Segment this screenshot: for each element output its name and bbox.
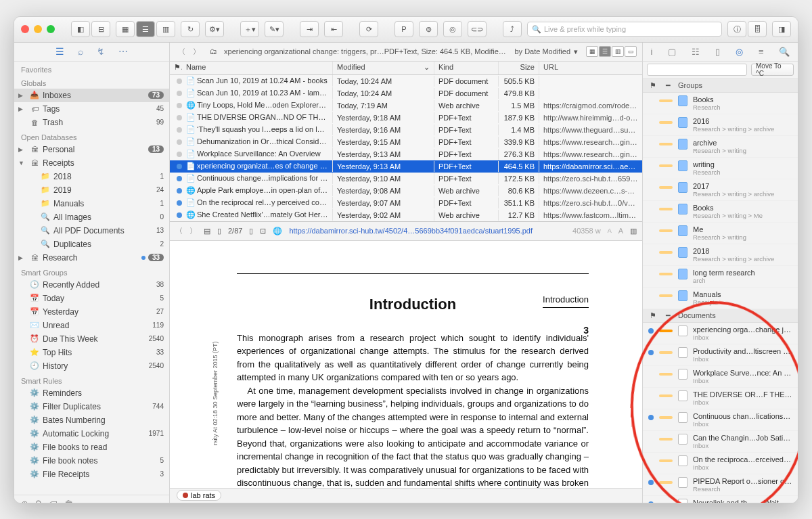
file-row[interactable]: 📄THE DIVERSE ORGAN…ND OF THE RAINBOWYest… bbox=[170, 112, 642, 124]
sidebar-mode-map-icon[interactable]: ↯ bbox=[97, 46, 105, 57]
minimize-window-button[interactable] bbox=[34, 25, 42, 33]
close-window-button[interactable] bbox=[21, 25, 29, 33]
inspector-doc-row[interactable]: Continuous chan…lications for HRDInbox bbox=[643, 409, 798, 431]
tag-bar[interactable]: lab rats bbox=[170, 488, 642, 503]
preview-page-up-icon[interactable]: ▯ bbox=[217, 227, 221, 235]
sidebar-item[interactable]: 📁20181 bbox=[14, 170, 169, 183]
global-search-field[interactable]: 🔍 Live & prefix while typing bbox=[527, 22, 722, 37]
sync-button[interactable]: ⟳ bbox=[359, 21, 378, 37]
inspector-tab-seealso-icon[interactable]: ◎ bbox=[736, 47, 743, 57]
preview-sidebar-icon[interactable]: ▤ bbox=[204, 227, 210, 235]
move-to-button[interactable]: Move To ^C bbox=[751, 64, 794, 76]
flag-column-icon[interactable]: ⚑ bbox=[648, 311, 658, 320]
sidebar-item[interactable]: ⚙️Automatic Locking1971 bbox=[14, 427, 169, 441]
file-row[interactable]: 📄Scan Jun 10, 2019 at 10.23 AM - lamy pe… bbox=[170, 87, 642, 99]
view-icons-button[interactable]: ▦ bbox=[116, 21, 135, 37]
file-row[interactable]: 📄Scan Jun 10, 2019 at 10.24 AM - booksTo… bbox=[170, 75, 642, 87]
import-button[interactable]: ⇤ bbox=[324, 21, 343, 37]
sort-menu[interactable]: by Date Modified▾ bbox=[513, 46, 579, 58]
preview-page-down-icon[interactable]: ▯ bbox=[249, 227, 253, 235]
file-row[interactable]: 📄On the reciprocal rel…y perceived contr… bbox=[170, 197, 642, 209]
file-row[interactable]: 📄Workplace Surveillance: An OverviewYest… bbox=[170, 148, 642, 160]
inspector-group-row[interactable]: long term researcharch bbox=[643, 266, 798, 288]
document-preview[interactable]: rsity At 02:18 30 September 2015 (PT) In… bbox=[170, 241, 642, 488]
sidebar-mode-list-icon[interactable]: ☰ bbox=[55, 46, 64, 57]
inspector-group-row[interactable]: ManualsReceipts bbox=[643, 288, 798, 309]
inspector-doc-row[interactable]: Neuralink and th…— Wait But WhyResearch bbox=[643, 496, 798, 503]
sidebar-item[interactable]: ▶🏛Personal13 bbox=[14, 143, 169, 156]
smart-group-icon[interactable]: ⚲ bbox=[35, 499, 42, 503]
sidebar-item[interactable]: ⚙️Bates Numbering bbox=[14, 413, 169, 427]
tag-chip[interactable]: lab rats bbox=[177, 490, 221, 501]
trash-icon[interactable]: 🗑 bbox=[64, 499, 73, 503]
sidebar-item[interactable]: ⭐Top Hits33 bbox=[14, 346, 169, 359]
new-group-button[interactable]: ＋▾ bbox=[240, 21, 259, 37]
inspector-doc-row[interactable]: PIPEDA Report o…sioner of CanadaResearch bbox=[643, 474, 798, 496]
preview-mode-icon[interactable]: ▥ bbox=[630, 227, 637, 235]
file-list-header[interactable]: ⚑ Name Modified ⌄ Kind Size URL bbox=[170, 62, 642, 75]
file-row[interactable]: 📄‘They'll squash you l…eeps a lid on lea… bbox=[170, 124, 642, 136]
inspector-tab-thumbnails-icon[interactable]: ▯ bbox=[715, 47, 720, 57]
tag-icon[interactable]: 🏷 bbox=[49, 499, 58, 503]
inspector-doc-row[interactable]: Can the Changin…Job Satisfaction?Inbox bbox=[643, 431, 798, 453]
export-button[interactable]: ⇥ bbox=[300, 21, 319, 37]
inspector-group-row[interactable]: 2017Research > writing > archive bbox=[643, 179, 798, 201]
link-button[interactable]: ⊂⊃ bbox=[468, 21, 487, 37]
back-button[interactable]: 〈 bbox=[175, 47, 188, 55]
sidebar-item[interactable]: ⏰Due This Week2540 bbox=[14, 332, 169, 346]
sidebar-item[interactable]: ⚙️File Receipts3 bbox=[14, 468, 169, 481]
sidebar-mode-extra-icon[interactable]: ⋯ bbox=[118, 46, 128, 57]
text-larger-icon[interactable]: A bbox=[618, 227, 623, 235]
inspector-tab-search-icon[interactable]: 🔍 bbox=[779, 47, 790, 57]
score-column-icon[interactable]: ━ bbox=[663, 81, 673, 90]
file-row[interactable]: 🌐She Created Netflix'…mately Got Her Fir… bbox=[170, 209, 642, 221]
flag-column-icon[interactable]: ⚑ bbox=[648, 81, 658, 90]
sidebar-item[interactable]: 📁201924 bbox=[14, 183, 169, 197]
view-list-button[interactable]: ☰ bbox=[136, 21, 155, 37]
sidebar-item[interactable]: ▶🏷Tags45 bbox=[14, 102, 169, 116]
inspector-group-row[interactable]: writingResearch bbox=[643, 158, 798, 179]
sidebar-item[interactable]: 🗑Trash99 bbox=[14, 116, 169, 129]
sidebar-toggle-button[interactable]: ◧ bbox=[71, 21, 90, 37]
flag-button[interactable]: P bbox=[394, 21, 413, 37]
file-row[interactable]: 📄xperiencing organizat…es of change jour… bbox=[170, 160, 642, 173]
sidebar-item[interactable]: 🔍Duplicates2 bbox=[14, 238, 169, 251]
zoom-window-button[interactable] bbox=[47, 25, 55, 33]
lock-button[interactable]: ⊚ bbox=[419, 21, 438, 37]
preview-url[interactable]: https://dabamirror.sci-hub.tw/4502/4…566… bbox=[289, 227, 566, 235]
forward-button[interactable]: 〉 bbox=[190, 47, 203, 55]
inspector-group-row[interactable]: archiveResearch > writing bbox=[643, 136, 798, 158]
inspector-group-row[interactable]: BooksResearch bbox=[643, 93, 798, 114]
inspector-doc-row[interactable]: Productivity and…ltiscreen displaysInbox bbox=[643, 344, 798, 366]
file-row[interactable]: 📄Continuous change…implications for HRDY… bbox=[170, 173, 642, 185]
inspector-group-row[interactable]: 2018Research > writing > archive bbox=[643, 244, 798, 266]
inspector-doc-row[interactable]: Workplace Surve…nce: An OverviewInbox bbox=[643, 366, 798, 388]
file-row[interactable]: 📄Dehumanization in Or…thical Considerati… bbox=[170, 136, 642, 148]
inspector-tab-toc-icon[interactable]: ☷ bbox=[692, 47, 700, 57]
preview-zoom-icon[interactable]: ⊡ bbox=[260, 227, 266, 235]
share-button[interactable]: ⤴ bbox=[503, 21, 522, 37]
sidebar-item[interactable]: ⚙️File book notes5 bbox=[14, 454, 169, 468]
refresh-button[interactable]: ↻ bbox=[181, 21, 200, 37]
view-grid-button[interactable]: ▦ bbox=[586, 46, 598, 57]
sidebar-item[interactable]: ▶🏛Research33 bbox=[14, 251, 169, 265]
sidebar-item[interactable]: ▶📥Inboxes73 bbox=[14, 89, 169, 102]
inspector-tab-concordance-icon[interactable]: ≡ bbox=[759, 47, 764, 57]
view-column-button-2[interactable]: ▥ bbox=[612, 46, 624, 57]
sidebar-mode-tags-icon[interactable]: ⌕ bbox=[78, 46, 83, 57]
file-row[interactable]: 🌐Apple Park employe…in open-plan offices… bbox=[170, 185, 642, 197]
info-button[interactable]: ⓘ bbox=[727, 21, 746, 37]
sidebar-item[interactable]: 📅Today5 bbox=[14, 292, 169, 305]
inspector-group-row[interactable]: MeResearch > writing bbox=[643, 223, 798, 244]
inspector-group-row[interactable]: 2016Research > writing > archive bbox=[643, 114, 798, 136]
database-button[interactable]: 🗄 bbox=[748, 21, 767, 37]
split-view-button[interactable]: ⊟ bbox=[91, 21, 110, 37]
sidebar-item[interactable]: ⚙️File books to read bbox=[14, 441, 169, 454]
new-note-button[interactable]: ✎▾ bbox=[265, 21, 284, 37]
score-column-icon[interactable]: ━ bbox=[663, 311, 673, 320]
sidebar-item[interactable]: ▼🏛Receipts bbox=[14, 156, 169, 170]
inspector-tab-info-icon[interactable]: i bbox=[650, 47, 652, 57]
sidebar-item[interactable]: 📁Manuals1 bbox=[14, 197, 169, 210]
inspector-doc-row[interactable]: xperiencing orga…change journeysInbox bbox=[643, 323, 798, 344]
inspector-toggle-button[interactable]: ◨ bbox=[772, 21, 791, 37]
